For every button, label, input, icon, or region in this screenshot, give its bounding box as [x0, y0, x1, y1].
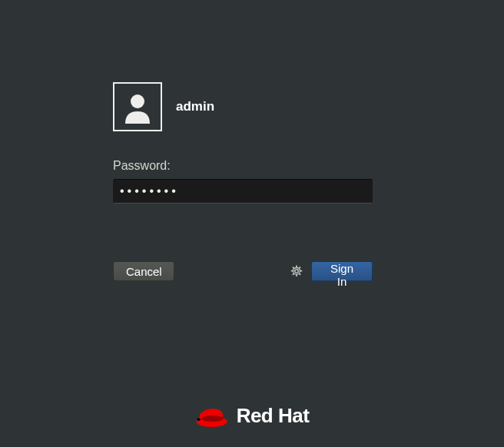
password-input[interactable] — [113, 179, 373, 204]
username-label: admin — [176, 99, 214, 114]
password-label: Password: — [113, 159, 373, 173]
avatar — [113, 82, 162, 131]
vendor-logo: Red Hat — [195, 402, 310, 429]
vendor-name: Red Hat — [237, 404, 310, 428]
svg-point-0 — [131, 94, 144, 108]
login-panel: admin Password: — [113, 82, 373, 204]
button-row: Cancel Sign In — [113, 261, 373, 281]
svg-point-2 — [202, 416, 224, 422]
signin-button[interactable]: Sign In — [311, 261, 373, 281]
cancel-button[interactable]: Cancel — [113, 261, 174, 281]
user-row: admin — [113, 82, 373, 131]
user-icon — [119, 88, 156, 125]
redhat-icon — [195, 402, 229, 429]
signin-group: Sign In — [290, 261, 373, 281]
gear-icon[interactable] — [290, 264, 303, 278]
